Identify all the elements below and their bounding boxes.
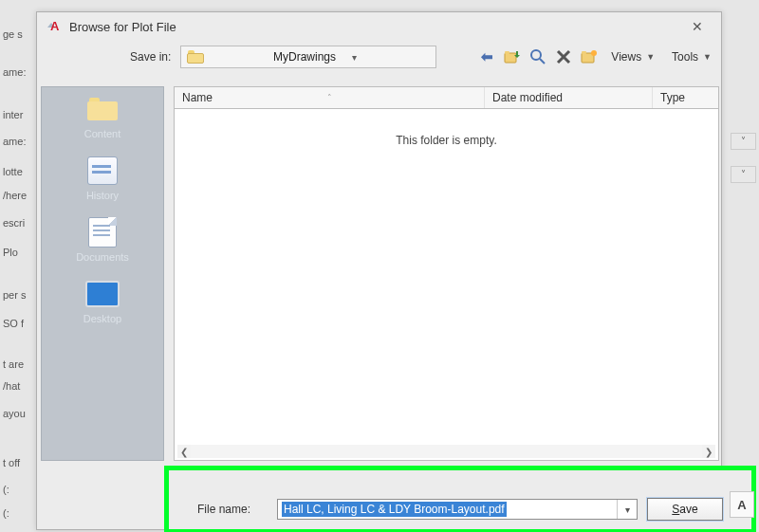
file-name-input[interactable]: Hall LC, Living LC & LDY Broom-Layout.pd… xyxy=(278,500,617,519)
save-in-combo[interactable]: MyDrawings ▾ xyxy=(180,46,436,68)
column-label: Type xyxy=(660,91,685,104)
svg-rect-1 xyxy=(505,51,509,54)
place-desktop[interactable]: Desktop xyxy=(83,280,121,324)
bg-label: inter xyxy=(3,109,23,120)
views-label: Views xyxy=(611,50,641,64)
bg-label: lotte xyxy=(3,166,23,177)
horizontal-scrollbar[interactable]: ❮ ❯ xyxy=(177,445,715,458)
file-name-combo[interactable]: Hall LC, Living LC & LDY Broom-Layout.pd… xyxy=(277,499,638,520)
file-list-header: Name ˄ Date modified Type xyxy=(174,86,719,109)
svg-point-2 xyxy=(531,50,541,60)
bg-label: t are xyxy=(3,358,24,370)
x-delete-icon xyxy=(555,48,572,65)
background-dropdown[interactable]: ˅ xyxy=(731,166,756,183)
dialog-toolbar: Save in: MyDrawings ▾ ⬅ xyxy=(37,41,721,73)
new-folder-button[interactable] xyxy=(581,48,598,65)
place-label: Desktop xyxy=(83,313,121,324)
chevron-down-icon[interactable]: ▾ xyxy=(617,500,637,519)
file-list-body[interactable]: This folder is empty. ❮ ❯ xyxy=(174,109,719,461)
file-list-panel: Name ˄ Date modified Type This folder is… xyxy=(174,86,719,461)
bg-label: SO f xyxy=(3,318,24,329)
bg-label: ame: xyxy=(3,136,26,147)
chevron-down-icon: ▾ xyxy=(352,52,431,63)
background-app-labels: ge s ame: inter ame: lotte /here escri P… xyxy=(0,0,38,532)
place-label: Documents xyxy=(76,251,129,263)
back-button[interactable]: ⬅ xyxy=(478,48,495,65)
new-folder-icon xyxy=(581,48,598,65)
column-header-date[interactable]: Date modified xyxy=(485,87,653,108)
documents-icon xyxy=(88,217,117,248)
folder-icon xyxy=(187,50,266,64)
browse-plot-file-dialog: A Browse for Plot File ✕ Save in: MyDraw… xyxy=(36,11,722,530)
arrow-left-icon: ⬅ xyxy=(481,48,493,65)
bg-label: (: xyxy=(3,507,9,519)
bg-label: ame: xyxy=(3,66,26,78)
column-header-name[interactable]: Name ˄ xyxy=(175,87,485,108)
chevron-down-icon: ▼ xyxy=(646,52,655,62)
scroll-left-icon[interactable]: ❮ xyxy=(177,445,191,458)
bg-label: t off xyxy=(3,457,20,468)
column-label: Name xyxy=(182,91,213,104)
svg-rect-0 xyxy=(505,53,516,63)
bg-label: /hat xyxy=(3,380,20,392)
up-one-level-button[interactable] xyxy=(504,48,521,65)
save-in-value: MyDrawings xyxy=(273,50,352,64)
column-header-type[interactable]: Type xyxy=(653,87,718,108)
save-in-label: Save in: xyxy=(130,50,171,64)
place-content[interactable]: Content xyxy=(84,95,121,139)
folder-icon xyxy=(87,98,118,120)
bg-label: (: xyxy=(3,484,9,495)
delete-button[interactable] xyxy=(555,48,572,65)
tools-menu[interactable]: Tools ▼ xyxy=(668,50,715,64)
chevron-down-icon: ▼ xyxy=(703,52,712,62)
autocad-app-icon: A xyxy=(48,20,62,33)
a-side-tab[interactable]: A xyxy=(730,491,754,518)
svg-rect-7 xyxy=(582,51,586,54)
tools-label: Tools xyxy=(672,50,698,64)
file-name-label: File name: xyxy=(197,503,277,516)
bg-label: Plo xyxy=(3,247,18,258)
bg-label: /here xyxy=(3,190,27,201)
place-history[interactable]: History xyxy=(85,156,120,201)
file-name-value: Hall LC, Living LC & LDY Broom-Layout.pd… xyxy=(282,502,507,517)
save-button[interactable]: Save xyxy=(647,498,723,521)
dialog-title: Browse for Plot File xyxy=(69,20,176,34)
save-rest: ave xyxy=(679,503,697,516)
svg-point-8 xyxy=(591,50,597,56)
places-bar: Content History Documents Desktop xyxy=(41,86,164,461)
views-menu[interactable]: Views ▼ xyxy=(607,50,658,64)
search-icon xyxy=(529,48,546,65)
scroll-track[interactable] xyxy=(191,445,702,458)
scroll-right-icon[interactable]: ❯ xyxy=(702,445,715,458)
file-name-row: File name: Hall LC, Living LC & LDY Broo… xyxy=(164,466,756,532)
up-folder-icon xyxy=(504,48,521,65)
search-web-button[interactable] xyxy=(529,48,546,65)
close-button[interactable]: ✕ xyxy=(681,16,713,37)
sort-indicator-icon: ˄ xyxy=(327,93,332,102)
place-label: History xyxy=(86,190,119,201)
bg-label: per s xyxy=(3,289,26,301)
place-label: Content xyxy=(84,128,121,139)
desktop-icon xyxy=(85,281,120,307)
empty-folder-message: This folder is empty. xyxy=(396,134,496,147)
bg-label: ayou xyxy=(3,408,26,419)
bg-label: ge s xyxy=(3,28,23,40)
bg-label: escri xyxy=(3,217,25,229)
place-documents[interactable]: Documents xyxy=(76,218,129,263)
svg-line-3 xyxy=(540,59,545,64)
history-icon xyxy=(87,156,118,185)
column-label: Date modified xyxy=(492,91,563,104)
background-dropdown[interactable]: ˅ xyxy=(731,133,756,150)
dialog-titlebar: A Browse for Plot File ✕ xyxy=(37,12,721,41)
close-icon: ✕ xyxy=(692,19,703,34)
